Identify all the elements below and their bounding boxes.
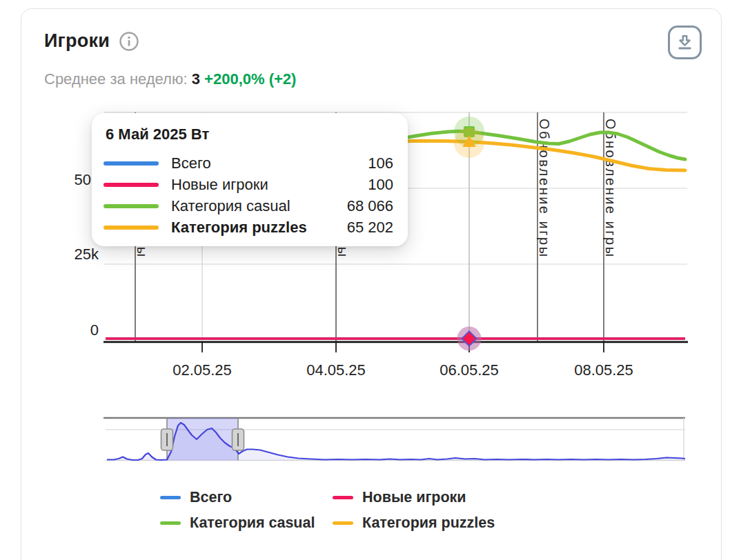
chart-legend: Всего Новые игроки Категория casual Кате… bbox=[160, 485, 495, 536]
average-label: Среднее за неделю: bbox=[44, 70, 188, 88]
average-change: +200,0% (+2) bbox=[204, 70, 296, 88]
x-tick-label: 04.05.25 bbox=[306, 361, 366, 379]
tooltip-series-value: 65 202 bbox=[347, 219, 393, 237]
legend-item-total[interactable]: Всего bbox=[160, 485, 333, 510]
average-summary: Среднее за неделю: 3 +200,0% (+2) bbox=[44, 70, 296, 88]
tooltip-row: Категория puzzles 65 202 bbox=[103, 217, 393, 238]
download-button[interactable] bbox=[668, 26, 702, 59]
annotation-label: Обновление игры bbox=[603, 119, 618, 259]
x-tick-label: 06.05.25 bbox=[440, 361, 499, 379]
tooltip-series-value: 68 066 bbox=[347, 197, 393, 215]
y-tick-label: 25k bbox=[75, 246, 99, 263]
brush-handle-right[interactable] bbox=[233, 429, 244, 450]
legend-item-puzzles[interactable]: Категория puzzles bbox=[333, 510, 495, 536]
tooltip-date: 6 Май 2025 Вт bbox=[106, 126, 393, 143]
hover-marker-puzzles bbox=[454, 128, 484, 158]
legend-label: Категория casual bbox=[190, 514, 315, 532]
annotation-label: Обновление игры bbox=[537, 119, 552, 259]
tooltip-series-value: 106 bbox=[368, 154, 393, 172]
legend-label: Новые игроки bbox=[362, 489, 466, 506]
tooltip-series-value: 100 bbox=[368, 176, 393, 194]
navigator-selection[interactable] bbox=[167, 418, 238, 461]
x-tick-label: 02.05.25 bbox=[172, 361, 232, 379]
chart-tooltip: 6 Май 2025 Вт Всего 106 Новые игроки 100… bbox=[92, 113, 408, 246]
brush-handle-left[interactable] bbox=[161, 429, 173, 450]
tooltip-series-label: Новые игроки bbox=[171, 176, 368, 194]
tooltip-row: Категория casual 68 066 bbox=[103, 195, 393, 217]
page-title: Игроки bbox=[44, 30, 110, 52]
x-axis-ticks bbox=[202, 343, 604, 352]
series-color-swatch bbox=[103, 161, 159, 166]
legend-swatch bbox=[333, 496, 353, 500]
range-navigator[interactable] bbox=[0, 410, 730, 476]
info-icon[interactable] bbox=[119, 31, 139, 52]
hover-marker-new-players bbox=[457, 327, 482, 351]
series-color-swatch bbox=[103, 204, 159, 208]
series-color-swatch bbox=[103, 226, 159, 230]
tooltip-row: Новые игроки 100 bbox=[103, 174, 393, 195]
legend-swatch bbox=[333, 521, 353, 526]
x-tick-label: 08.05.25 bbox=[574, 361, 633, 379]
legend-item-new-players[interactable]: Новые игроки bbox=[333, 485, 495, 510]
download-icon bbox=[675, 33, 694, 52]
card-header: Игроки bbox=[44, 30, 139, 52]
legend-swatch bbox=[160, 521, 181, 526]
tooltip-series-label: Всего bbox=[171, 154, 368, 172]
legend-swatch bbox=[160, 496, 181, 500]
tooltip-series-label: Категория puzzles bbox=[171, 219, 347, 237]
series-color-swatch bbox=[103, 183, 159, 187]
tooltip-series-label: Категория casual bbox=[171, 197, 347, 215]
legend-label: Категория puzzles bbox=[362, 514, 495, 532]
y-tick-label: 0 bbox=[90, 321, 99, 339]
average-value: 3 bbox=[192, 70, 200, 88]
legend-item-casual[interactable]: Категория casual bbox=[160, 510, 333, 536]
analytics-page: Игроки Среднее за неделю: 3 +200,0% (+2) bbox=[0, 0, 730, 560]
legend-label: Всего bbox=[190, 489, 232, 506]
tooltip-row: Всего 106 bbox=[103, 152, 393, 174]
